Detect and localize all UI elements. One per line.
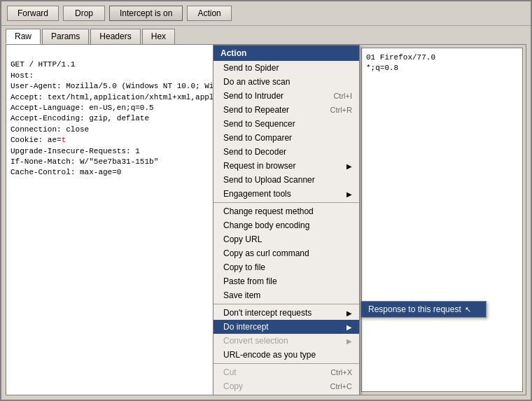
action-button[interactable]: Action (187, 6, 231, 21)
menu-send-decoder[interactable]: Send to Decoder (214, 145, 359, 159)
menu-dont-intercept[interactable]: Don't intercept requests ▶ (214, 306, 359, 320)
forward-button[interactable]: Forward (7, 6, 59, 21)
toolbar: Forward Drop Intercept is on Action (1, 1, 531, 26)
menu-sep-3 (214, 363, 359, 364)
main-window: Forward Drop Intercept is on Action Raw … (0, 0, 532, 401)
menu-send-spider[interactable]: Send to Spider (214, 61, 359, 75)
menu-paste[interactable]: Paste Ctrl+V (214, 393, 359, 395)
menu-copy[interactable]: Copy Ctrl+C (214, 379, 359, 393)
drop-button[interactable]: Drop (63, 6, 105, 21)
menu-convert-selection[interactable]: Convert selection ▶ (214, 334, 359, 348)
right-text: 01 Firefox/77.0*;q=0.8 (362, 48, 522, 78)
menu-copy-curl[interactable]: Copy as curl command (214, 246, 359, 260)
content-area: GET / HTTP/1.1 Host: User-Agent: Mozilla… (6, 44, 526, 395)
right-content-editor[interactable]: 01 Firefox/77.0*;q=0.8 (361, 48, 523, 392)
menu-engagement-tools[interactable]: Engagement tools ▶ (214, 187, 359, 201)
submenu-response-request[interactable]: Response to this request ↖ (361, 302, 486, 317)
menu-sep-2 (214, 304, 359, 304)
menu-paste-file[interactable]: Paste from file (214, 274, 359, 288)
menu-copy-file[interactable]: Copy to file (214, 260, 359, 274)
menu-cut[interactable]: Cut Ctrl+X (214, 365, 359, 379)
right-panel: 01 Firefox/77.0*;q=0.8 (358, 45, 526, 395)
tabs-row: Raw Params Headers Hex (1, 26, 531, 44)
menu-send-comparer[interactable]: Send to Comparer (214, 131, 359, 145)
menu-send-sequencer[interactable]: Send to Sequencer (214, 117, 359, 131)
menu-url-encode[interactable]: URL-encode as you type (214, 348, 359, 362)
menu-do-intercept[interactable]: Do intercept ▶ (214, 320, 359, 334)
tab-headers[interactable]: Headers (90, 29, 140, 44)
menu-active-scan[interactable]: Do an active scan (214, 75, 359, 89)
menu-change-method[interactable]: Change request method (214, 204, 359, 218)
menu-save-item[interactable]: Save item (214, 288, 359, 302)
menu-copy-url[interactable]: Copy URL (214, 232, 359, 246)
intercept-button[interactable]: Intercept is on (109, 6, 183, 21)
menu-sep-1 (214, 202, 359, 203)
menu-send-repeater[interactable]: Send to Repeater Ctrl+R (214, 103, 359, 117)
submenu-do-intercept: Response to this request ↖ (360, 301, 486, 318)
tab-params[interactable]: Params (42, 29, 89, 44)
context-menu[interactable]: Action Send to Spider Do an active scan … (213, 45, 360, 395)
menu-send-intruder[interactable]: Send to Intruder Ctrl+I (214, 89, 359, 103)
menu-change-body[interactable]: Change body encoding (214, 218, 359, 232)
cursor-icon: ↖ (465, 305, 471, 314)
menu-header: Action (214, 45, 359, 61)
menu-send-upload-scanner[interactable]: Send to Upload Scanner (214, 173, 359, 187)
menu-request-browser[interactable]: Request in browser ▶ (214, 159, 359, 173)
tab-hex[interactable]: Hex (142, 29, 175, 44)
tab-raw[interactable]: Raw (6, 29, 41, 44)
